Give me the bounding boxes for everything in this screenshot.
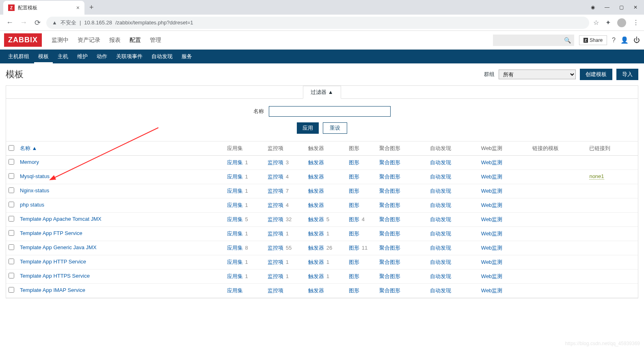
cell-link[interactable]: 图形 [349,174,359,180]
logout-icon[interactable]: ⏻ [633,37,640,44]
cell-link[interactable]: 自动发现 [430,216,451,222]
account-dot-icon[interactable]: ◉ [591,4,595,10]
cell-link[interactable]: 图形 [349,231,359,237]
subnav-actions[interactable]: 动作 [93,50,111,63]
cell-link[interactable]: 图形 [349,159,359,165]
cell-link[interactable]: 自动发现 [430,245,451,251]
cell-link[interactable]: Web监测 [481,202,503,208]
cell-link[interactable]: Web监测 [481,188,503,194]
reload-button[interactable]: ⟳ [32,18,42,27]
cell-link[interactable]: 聚合图形 [379,202,400,208]
linked-to-link[interactable]: none1 [589,173,604,180]
global-search[interactable] [493,35,574,46]
cell-link[interactable]: 自动发现 [430,231,451,237]
select-all-checkbox[interactable] [9,145,14,151]
cell-link[interactable]: 监控项 [268,231,283,237]
template-name-link[interactable]: Mysql-status [20,173,50,179]
subnav-templates[interactable]: 模板 [34,50,53,63]
template-name-link[interactable]: Template App IMAP Service [20,287,85,293]
cell-link[interactable]: 聚合图形 [379,259,400,265]
cell-link[interactable]: 自动发现 [430,273,451,279]
cell-link[interactable]: 应用集 [227,188,243,194]
row-checkbox[interactable] [9,187,14,193]
cell-link[interactable]: Web监测 [481,159,503,165]
cell-link[interactable]: 自动发现 [430,174,451,180]
template-name-link[interactable]: Template App HTTPS Service [20,273,90,279]
cell-link[interactable]: 应用集 [227,259,243,265]
cell-link[interactable]: 应用集 [227,202,243,208]
zabbix-logo[interactable]: ZABBIX [4,33,42,47]
cell-link[interactable]: 监控项 [268,216,283,222]
subnav-correlation[interactable]: 关联项事件 [112,50,147,63]
nav-monitoring[interactable]: 监测中 [52,37,69,44]
cell-link[interactable]: 图形 [349,188,359,194]
forward-button[interactable]: → [19,18,28,27]
row-checkbox[interactable] [9,173,14,179]
filter-name-input[interactable] [269,106,391,117]
cell-link[interactable]: 图形 [349,259,359,265]
reset-button[interactable]: 重设 [323,122,347,134]
cell-link[interactable]: 触发器 [308,159,324,165]
star-icon[interactable]: ☆ [593,19,599,26]
extensions-icon[interactable]: ✦ [605,19,611,26]
cell-link[interactable]: 聚合图形 [379,287,400,294]
row-checkbox[interactable] [9,287,14,293]
cell-link[interactable]: 图形 [349,216,359,222]
cell-link[interactable]: 监控项 [268,245,283,251]
cell-link[interactable]: 图形 [349,273,359,279]
cell-link[interactable]: Web监测 [481,231,503,237]
row-checkbox[interactable] [9,230,14,236]
cell-link[interactable]: 自动发现 [430,259,451,265]
cell-link[interactable]: 自动发现 [430,202,451,208]
col-discovery[interactable]: 自动发现 [428,141,479,156]
cell-link[interactable]: 图形 [349,287,359,294]
nav-administration[interactable]: 管理 [150,37,161,44]
cell-link[interactable]: 监控项 [268,273,283,279]
cell-link[interactable]: Web监测 [481,174,503,180]
group-select[interactable]: 所有 [499,70,576,79]
cell-link[interactable]: 监控项 [268,174,283,180]
filter-toggle[interactable]: 过滤器 ▲ [303,86,341,99]
share-button[interactable]: ZShare [579,35,607,45]
cell-link[interactable]: Web监测 [481,259,503,265]
subnav-discovery[interactable]: 自动发现 [147,50,177,63]
cell-link[interactable]: 聚合图形 [379,245,400,251]
subnav-maintenance[interactable]: 维护 [73,50,92,63]
row-checkbox[interactable] [9,244,14,250]
template-name-link[interactable]: Nginx-status [20,187,49,194]
row-checkbox[interactable] [9,202,14,207]
nav-configuration[interactable]: 配置 [130,37,141,44]
cell-link[interactable]: Web监测 [481,273,503,279]
cell-link[interactable]: 聚合图形 [379,159,400,165]
col-screens[interactable]: 聚合图形 [377,141,428,156]
cell-link[interactable]: 应用集 [227,273,243,279]
nav-inventory[interactable]: 资产记录 [78,37,100,44]
col-items[interactable]: 监控项 [265,141,306,156]
cell-link[interactable]: 应用集 [227,231,243,237]
cell-link[interactable]: 图形 [349,202,359,208]
import-button[interactable]: 导入 [616,69,638,80]
window-minimize[interactable]: — [605,4,609,10]
browser-tab[interactable]: Z 配置模板 × [3,1,84,15]
cell-link[interactable]: 聚合图形 [379,231,400,237]
menu-icon[interactable]: ⋮ [633,19,639,26]
cell-link[interactable]: 监控项 [268,202,283,208]
cell-link[interactable]: 聚合图形 [379,216,400,222]
cell-link[interactable]: 应用集 [227,216,243,222]
row-checkbox[interactable] [9,259,14,264]
cell-link[interactable]: 应用集 [227,159,243,165]
window-maximize[interactable]: ▢ [619,4,624,10]
window-close[interactable]: ✕ [633,4,638,10]
cell-link[interactable]: 触发器 [308,245,324,251]
cell-link[interactable]: 触发器 [308,273,324,279]
user-icon[interactable]: 👤 [620,36,629,44]
cell-link[interactable]: 触发器 [308,174,324,180]
cell-link[interactable]: 聚合图形 [379,188,400,194]
cell-link[interactable]: 监控项 [268,188,283,194]
col-web[interactable]: Web监测 [479,141,530,156]
apply-button[interactable]: 应用 [297,122,319,134]
cell-link[interactable]: Web监测 [481,245,503,251]
cell-link[interactable]: 聚合图形 [379,174,400,180]
cell-link[interactable]: 触发器 [308,287,324,294]
cell-link[interactable]: 触发器 [308,202,324,208]
